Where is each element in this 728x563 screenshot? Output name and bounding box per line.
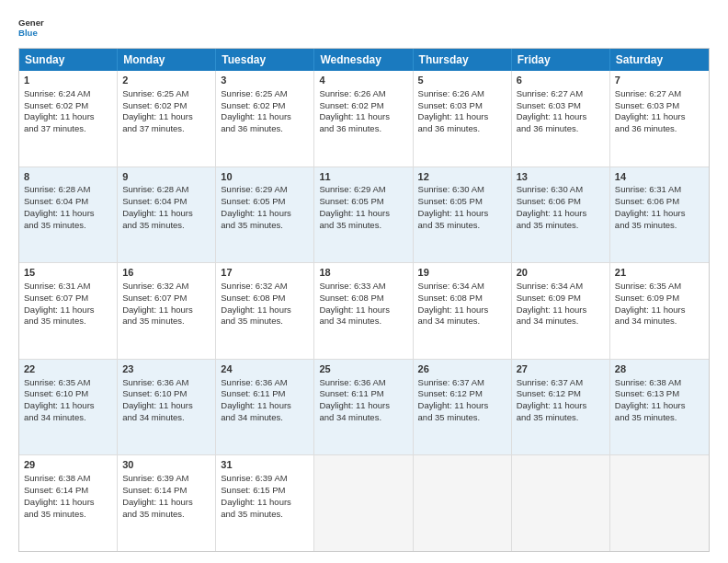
day-info-line: Sunset: 6:08 PM [418, 293, 506, 304]
empty-cell [512, 455, 610, 551]
day-info-line: and 34 minutes. [319, 316, 407, 327]
day-info-line: Sunset: 6:13 PM [615, 388, 704, 400]
day-info-line: Daylight: 11 hours [221, 304, 309, 316]
header-day-friday: Friday [512, 49, 610, 71]
day-cell-8: 8Sunrise: 6:28 AMSunset: 6:04 PMDaylight… [19, 167, 118, 263]
day-info-line: and 34 minutes. [221, 412, 309, 424]
day-info-line: Sunset: 6:11 PM [319, 388, 407, 400]
day-cell-31: 31Sunrise: 6:39 AMSunset: 6:15 PMDayligh… [216, 455, 314, 551]
day-cell-18: 18Sunrise: 6:33 AMSunset: 6:08 PMDayligh… [314, 263, 413, 359]
day-number: 7 [615, 74, 704, 87]
day-info-line: Daylight: 11 hours [319, 208, 407, 220]
logo: General Blue [18, 15, 48, 40]
day-number: 28 [615, 362, 704, 376]
day-cell-4: 4Sunrise: 6:26 AMSunset: 6:02 PMDaylight… [314, 71, 413, 167]
day-info-line: Daylight: 11 hours [418, 111, 506, 123]
day-info-line: and 34 minutes. [517, 316, 605, 327]
day-info-line: Daylight: 11 hours [615, 304, 704, 316]
week-row-2: 8Sunrise: 6:28 AMSunset: 6:04 PMDaylight… [19, 167, 709, 264]
day-info-line: Sunrise: 6:25 AM [221, 88, 309, 100]
day-info-line: and 35 minutes. [517, 412, 605, 424]
day-number: 20 [517, 266, 605, 280]
day-number: 11 [319, 170, 407, 184]
day-info-line: and 35 minutes. [24, 509, 112, 521]
day-cell-9: 9Sunrise: 6:28 AMSunset: 6:04 PMDaylight… [118, 167, 216, 263]
day-cell-14: 14Sunrise: 6:31 AMSunset: 6:06 PMDayligh… [610, 167, 709, 263]
day-info-line: Sunset: 6:14 PM [122, 485, 210, 497]
day-info-line: Sunset: 6:12 PM [517, 388, 605, 400]
day-cell-29: 29Sunrise: 6:38 AMSunset: 6:14 PMDayligh… [19, 455, 118, 551]
day-info-line: Sunrise: 6:39 AM [122, 473, 210, 485]
day-info-line: Daylight: 11 hours [122, 208, 210, 220]
day-info-line: Sunrise: 6:37 AM [418, 377, 506, 389]
day-info-line: Sunrise: 6:33 AM [319, 281, 407, 293]
day-info-line: Sunset: 6:10 PM [122, 388, 210, 400]
day-info-line: Sunset: 6:03 PM [418, 100, 506, 112]
day-info-line: Daylight: 11 hours [122, 304, 210, 316]
day-info-line: Sunset: 6:09 PM [517, 293, 605, 304]
day-cell-3: 3Sunrise: 6:25 AMSunset: 6:02 PMDaylight… [216, 71, 314, 167]
day-info-line: Sunrise: 6:34 AM [418, 281, 506, 293]
day-info-line: Sunset: 6:14 PM [24, 485, 112, 497]
day-info-line: Daylight: 11 hours [24, 111, 112, 123]
header-day-tuesday: Tuesday [216, 49, 314, 71]
day-info-line: Sunrise: 6:31 AM [615, 184, 704, 196]
day-info-line: Daylight: 11 hours [517, 400, 605, 412]
day-cell-16: 16Sunrise: 6:32 AMSunset: 6:07 PMDayligh… [118, 263, 216, 359]
day-number: 16 [122, 266, 210, 280]
day-info-line: Sunset: 6:04 PM [122, 196, 210, 208]
day-info-line: Sunrise: 6:27 AM [517, 88, 605, 100]
week-row-3: 15Sunrise: 6:31 AMSunset: 6:07 PMDayligh… [19, 263, 709, 360]
day-info-line: Sunrise: 6:29 AM [221, 184, 309, 196]
day-info-line: Sunrise: 6:26 AM [319, 88, 407, 100]
header-day-thursday: Thursday [414, 49, 512, 71]
day-info-line: Daylight: 11 hours [615, 400, 704, 412]
day-info-line: and 35 minutes. [418, 412, 506, 424]
day-info-line: Sunrise: 6:28 AM [24, 184, 112, 196]
day-info-line: and 34 minutes. [122, 412, 210, 424]
day-info-line: and 34 minutes. [418, 316, 506, 327]
day-number: 6 [517, 74, 605, 87]
day-cell-21: 21Sunrise: 6:35 AMSunset: 6:09 PMDayligh… [610, 263, 709, 359]
header-day-monday: Monday [118, 49, 216, 71]
day-info-line: and 34 minutes. [24, 412, 112, 424]
day-info-line: Sunset: 6:06 PM [615, 196, 704, 208]
day-cell-27: 27Sunrise: 6:37 AMSunset: 6:12 PMDayligh… [512, 360, 610, 455]
day-cell-6: 6Sunrise: 6:27 AMSunset: 6:03 PMDaylight… [512, 71, 610, 167]
day-info-line: Sunrise: 6:27 AM [615, 88, 704, 100]
day-cell-17: 17Sunrise: 6:32 AMSunset: 6:08 PMDayligh… [216, 263, 314, 359]
day-info-line: Sunrise: 6:34 AM [517, 281, 605, 293]
day-info-line: and 35 minutes. [615, 412, 704, 424]
day-number: 25 [319, 362, 407, 376]
day-info-line: Sunset: 6:02 PM [122, 100, 210, 112]
day-info-line: Daylight: 11 hours [319, 400, 407, 412]
svg-text:General: General [18, 17, 44, 28]
day-cell-28: 28Sunrise: 6:38 AMSunset: 6:13 PMDayligh… [610, 360, 709, 455]
day-info-line: and 35 minutes. [418, 220, 506, 232]
day-cell-23: 23Sunrise: 6:36 AMSunset: 6:10 PMDayligh… [118, 360, 216, 455]
day-info-line: and 34 minutes. [319, 412, 407, 424]
day-info-line: Sunrise: 6:28 AM [122, 184, 210, 196]
day-info-line: and 35 minutes. [221, 220, 309, 232]
day-info-line: Sunset: 6:02 PM [24, 100, 112, 112]
day-number: 19 [418, 266, 506, 280]
day-info-line: Sunset: 6:05 PM [418, 196, 506, 208]
day-info-line: Sunset: 6:07 PM [122, 293, 210, 304]
calendar: SundayMondayTuesdayWednesdayThursdayFrid… [18, 48, 710, 552]
day-info-line: and 36 minutes. [615, 123, 704, 135]
day-info-line: and 35 minutes. [24, 220, 112, 232]
day-number: 12 [418, 170, 506, 184]
day-info-line: Daylight: 11 hours [122, 497, 210, 509]
day-info-line: Sunset: 6:08 PM [221, 293, 309, 304]
day-info-line: Daylight: 11 hours [517, 304, 605, 316]
day-info-line: and 37 minutes. [122, 123, 210, 135]
day-cell-12: 12Sunrise: 6:30 AMSunset: 6:05 PMDayligh… [414, 167, 512, 263]
day-info-line: and 36 minutes. [221, 123, 309, 135]
day-number: 9 [122, 170, 210, 184]
day-info-line: Sunset: 6:15 PM [221, 485, 309, 497]
day-info-line: Daylight: 11 hours [24, 400, 112, 412]
day-info-line: Sunset: 6:03 PM [615, 100, 704, 112]
day-info-line: Sunrise: 6:38 AM [24, 473, 112, 485]
day-info-line: Daylight: 11 hours [221, 497, 309, 509]
calendar-body: 1Sunrise: 6:24 AMSunset: 6:02 PMDaylight… [19, 71, 709, 551]
